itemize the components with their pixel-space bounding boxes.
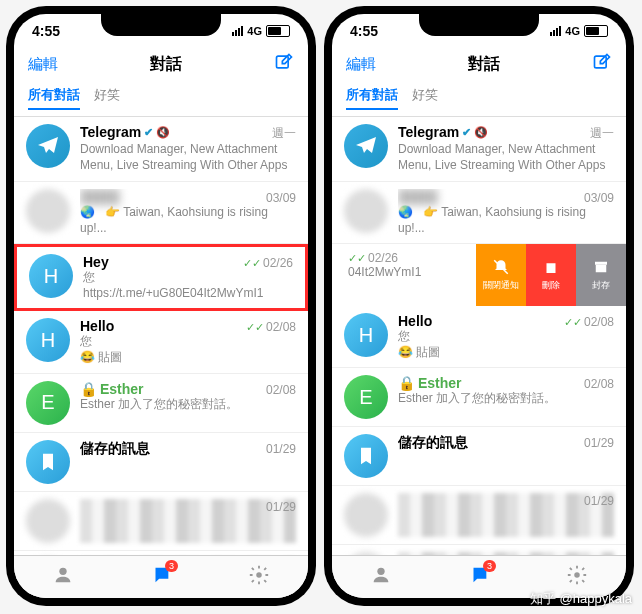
chat-date: 週一 xyxy=(272,125,296,142)
read-checks-icon: ✓✓ xyxy=(243,257,261,269)
chat-preview-partial: 04It2MwYmI1 xyxy=(348,265,464,281)
chat-date: 02/08 xyxy=(266,383,296,397)
compose-button[interactable] xyxy=(274,52,294,76)
chat-row-hello[interactable]: H Hello ✓✓02/08 您😂 貼圖 xyxy=(14,311,308,373)
avatar-h: H xyxy=(29,254,73,298)
chat-date: 02/26 xyxy=(263,256,293,270)
chat-name: Telegram xyxy=(398,124,459,140)
chat-preview xyxy=(80,458,296,474)
tab-funny[interactable]: 好笑 xyxy=(94,86,120,110)
avatar-saved xyxy=(344,434,388,478)
verified-icon: ✔ xyxy=(144,126,153,139)
signal-icon xyxy=(550,26,561,36)
chat-date: 01/29 xyxy=(266,500,296,514)
avatar-blurred xyxy=(26,499,70,543)
tab-chats[interactable]: 3 xyxy=(150,564,172,590)
notch xyxy=(101,14,221,36)
archive-icon xyxy=(592,258,610,276)
tab-all[interactable]: 所有對話 xyxy=(346,86,398,110)
chat-name: 儲存的訊息 xyxy=(398,434,468,452)
phone-right: 4:55 4G 編輯 對話 所有對話 好笑 xyxy=(324,6,634,606)
trash-icon xyxy=(542,258,560,276)
tab-bar: 3 xyxy=(14,555,308,598)
battery-icon xyxy=(266,25,290,37)
chat-date: 01/29 xyxy=(266,442,296,456)
chat-preview: Download Manager, New Attachment Menu, L… xyxy=(80,142,296,174)
chat-row-blurred[interactable]: ████ 03/09 🌏 👉 Taiwan, Kaohsiung is risi… xyxy=(14,182,308,244)
filter-tabs: 所有對話 好笑 xyxy=(332,80,626,117)
chat-preview: 您https://t.me/+uG80E04It2MwYmI1 xyxy=(83,270,293,301)
bell-off-icon xyxy=(492,258,510,276)
tab-settings[interactable] xyxy=(248,564,270,590)
chat-preview: Download Manager, New Attachment Menu, L… xyxy=(398,142,614,174)
chat-list: Telegram✔🔇 週一 Download Manager, New Atta… xyxy=(332,117,626,598)
chat-date: 02/08 xyxy=(584,377,614,391)
swipe-mute-button[interactable]: 關閉通知 xyxy=(476,244,526,306)
avatar-blurred xyxy=(26,189,70,233)
chat-preview: Esther 加入了您的秘密對話。 xyxy=(398,391,614,407)
compose-button[interactable] xyxy=(592,52,612,76)
tab-contacts[interactable] xyxy=(370,564,392,590)
chat-row-blurred[interactable]: 01/29 xyxy=(332,486,626,545)
chat-name: Hello xyxy=(80,318,114,334)
chat-date: 週一 xyxy=(590,125,614,142)
network-label: 4G xyxy=(247,25,262,37)
blurred-content xyxy=(398,493,614,537)
chat-row-blurred[interactable]: 01/29 xyxy=(14,492,308,551)
svg-point-1 xyxy=(59,568,66,575)
swipe-delete-button[interactable]: 刪除 xyxy=(526,244,576,306)
chat-row-hey[interactable]: ✓✓02/26 04It2MwYmI1 xyxy=(332,244,476,306)
signal-icon xyxy=(232,26,243,36)
avatar-saved xyxy=(26,440,70,484)
chat-date: 02/08 xyxy=(584,315,614,329)
tab-funny[interactable]: 好笑 xyxy=(412,86,438,110)
tab-all[interactable]: 所有對話 xyxy=(28,86,80,110)
chat-name-blurred: ████ xyxy=(398,189,438,205)
chat-row-esther[interactable]: E 🔒Esther 02/08 Esther 加入了您的秘密對話。 xyxy=(14,374,308,433)
chat-date: 03/09 xyxy=(266,191,296,205)
filter-tabs: 所有對話 好笑 xyxy=(14,80,308,117)
chat-row-hey-highlighted[interactable]: H Hey ✓✓02/26 您https://t.me/+uG80E04It2M… xyxy=(14,244,308,311)
chat-row-esther[interactable]: E 🔒Esther 02/08 Esther 加入了您的秘密對話。 xyxy=(332,368,626,427)
chat-date: 01/29 xyxy=(584,494,614,508)
svg-rect-5 xyxy=(595,262,607,265)
verified-icon: ✔ xyxy=(462,126,471,139)
chat-row-saved[interactable]: 儲存的訊息 01/29 xyxy=(14,433,308,492)
nav-bar: 編輯 對話 xyxy=(14,48,308,80)
svg-point-2 xyxy=(256,572,262,578)
chat-date: 03/09 xyxy=(584,191,614,205)
svg-point-7 xyxy=(377,568,384,575)
chat-name-secret: 🔒Esther xyxy=(80,381,144,397)
tab-contacts[interactable] xyxy=(52,564,74,590)
edit-button[interactable]: 編輯 xyxy=(28,55,58,74)
chat-preview: 🌏 👉 Taiwan, Kaohsiung is rising up!... xyxy=(398,205,614,236)
chat-name: 儲存的訊息 xyxy=(80,440,150,458)
muted-icon: 🔇 xyxy=(474,126,488,139)
notch xyxy=(419,14,539,36)
swipe-archive-button[interactable]: 封存 xyxy=(576,244,626,306)
chat-preview: 您😂 貼圖 xyxy=(398,329,614,360)
chat-date: 02/08 xyxy=(266,320,296,334)
chat-row-hello[interactable]: H Hello ✓✓02/08 您😂 貼圖 xyxy=(332,306,626,368)
chat-name-secret: 🔒Esther xyxy=(398,375,462,391)
edit-button[interactable]: 編輯 xyxy=(346,55,376,74)
avatar-h: H xyxy=(344,313,388,357)
chat-preview: 🌏 👉 Taiwan, Kaohsiung is rising up!... xyxy=(80,205,296,236)
page-title: 對話 xyxy=(150,54,182,75)
avatar-telegram xyxy=(26,124,70,168)
battery-icon xyxy=(584,25,608,37)
tab-chats[interactable]: 3 xyxy=(468,564,490,590)
watermark: 知乎 @happykala xyxy=(530,590,632,608)
chat-date: 02/26 xyxy=(368,251,398,265)
status-time: 4:55 xyxy=(32,23,60,39)
avatar-telegram xyxy=(344,124,388,168)
chat-row-saved[interactable]: 儲存的訊息 01/29 xyxy=(332,427,626,486)
chat-row-telegram[interactable]: Telegram✔🔇 週一 Download Manager, New Atta… xyxy=(14,117,308,182)
avatar-blurred xyxy=(344,189,388,233)
chat-row-blurred[interactable]: ████ 03/09 🌏 👉 Taiwan, Kaohsiung is risi… xyxy=(332,182,626,244)
read-checks-icon: ✓✓ xyxy=(564,316,582,328)
chat-preview: Esther 加入了您的秘密對話。 xyxy=(80,397,296,413)
muted-icon: 🔇 xyxy=(156,126,170,139)
chat-row-telegram[interactable]: Telegram✔🔇 週一 Download Manager, New Atta… xyxy=(332,117,626,182)
tab-settings[interactable] xyxy=(566,564,588,590)
